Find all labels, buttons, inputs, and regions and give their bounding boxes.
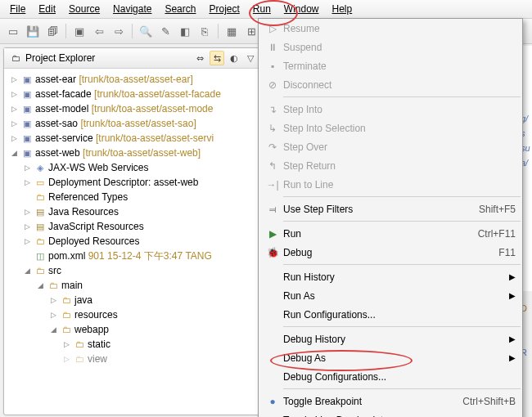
expand-icon[interactable]: ▷ bbox=[47, 296, 60, 304]
save-icon[interactable]: 💾 bbox=[25, 23, 41, 39]
tree-project[interactable]: ▷▣asset-model [trunk/toa-asset/asset-mod… bbox=[4, 101, 262, 116]
panel-title: Project Explorer bbox=[25, 52, 190, 64]
saveall-icon[interactable]: 🗐 bbox=[44, 23, 61, 39]
tree-folder[interactable]: ◢🗀src bbox=[4, 263, 262, 278]
menu-runhist[interactable]: Run History▶ bbox=[259, 267, 522, 286]
menu-separator bbox=[283, 326, 521, 327]
expand-icon[interactable]: ▷ bbox=[7, 75, 20, 83]
expand-icon[interactable]: ▷ bbox=[7, 119, 20, 128]
tree-project[interactable]: ▷▣asset-ear [trunk/toa-asset/asset-ear] bbox=[4, 72, 262, 87]
expand-icon[interactable]: ▷ bbox=[20, 222, 34, 231]
menu-dbgas[interactable]: Debug As▶ bbox=[259, 348, 522, 367]
tree-item[interactable]: ▷▤JavaScript Resources bbox=[4, 219, 262, 234]
expand-icon[interactable]: ▷ bbox=[7, 105, 20, 113]
project-explorer-panel: 🗀 Project Explorer ⇔ ⇆ ◐ ▽ ▷▣asset-ear [… bbox=[3, 47, 263, 415]
nav-fwd-icon[interactable]: ⇨ bbox=[110, 23, 127, 39]
folder-icon: 🗀 bbox=[73, 352, 86, 365]
folder-icon: 🗀 bbox=[73, 338, 86, 351]
expand-icon[interactable]: ▷ bbox=[7, 90, 20, 98]
expand-icon[interactable]: ▷ bbox=[7, 134, 20, 142]
link-editor-icon[interactable]: ⇆ bbox=[210, 51, 224, 65]
tree-file[interactable]: ◫pom.xml 901 15-12-4 下午3:47 TANG bbox=[4, 249, 262, 263]
menu-stepsel[interactable]: ↳Step Into Selection bbox=[259, 119, 522, 137]
tree-folder[interactable]: ▷🗀view bbox=[4, 352, 262, 366]
expand-icon[interactable]: ▷ bbox=[47, 311, 60, 319]
menu-dbghist[interactable]: Debug History▶ bbox=[259, 330, 522, 348]
menu-stepret[interactable]: ↰Step Return bbox=[259, 156, 522, 175]
collapse-icon[interactable]: ◢ bbox=[20, 267, 34, 275]
menu-disconnect[interactable]: ⊘Disconnect bbox=[259, 75, 522, 94]
menu-terminate[interactable]: ▪Terminate bbox=[259, 56, 522, 75]
build-icon[interactable]: ▣ bbox=[71, 23, 88, 39]
stepinto-icon: ↴ bbox=[262, 104, 283, 115]
link-icon[interactable]: ⎘ bbox=[196, 23, 213, 39]
tree-folder[interactable]: ◢🗀main bbox=[4, 278, 262, 293]
menu-runas[interactable]: Run As▶ bbox=[259, 286, 522, 305]
tree-item[interactable]: ▷▤Java Resources bbox=[4, 204, 262, 219]
tree-folder[interactable]: ◢🗀webapp bbox=[4, 322, 262, 337]
tree-project[interactable]: ▷▣asset-service [trunk/toa-asset/asset-s… bbox=[4, 131, 262, 146]
menu-separator bbox=[283, 96, 521, 97]
project-icon: ▣ bbox=[20, 73, 34, 86]
collapse-icon[interactable]: ⇔ bbox=[193, 52, 206, 65]
menu-stepinto[interactable]: ↴Step Into bbox=[259, 100, 522, 119]
menu-resume[interactable]: ▷Resume bbox=[259, 19, 522, 38]
menu-runconf[interactable]: Run Configurations... bbox=[259, 305, 522, 324]
menu-source[interactable]: Source bbox=[62, 2, 106, 16]
expand-icon[interactable]: ▷ bbox=[20, 208, 34, 216]
search-icon[interactable]: 🔍 bbox=[138, 23, 154, 39]
menu-run-run[interactable]: ▶RunCtrl+F11 bbox=[259, 224, 522, 243]
menu-suspend[interactable]: ⏸Suspend bbox=[259, 38, 522, 56]
new-icon[interactable]: ▭ bbox=[5, 23, 21, 39]
expand-icon[interactable]: ▷ bbox=[20, 164, 34, 172]
tree-project[interactable]: ▷▣asset-sao [trunk/toa-asset/asset-sao] bbox=[4, 116, 262, 131]
view-menu-icon[interactable]: ▽ bbox=[244, 52, 257, 65]
wand-icon[interactable]: ✎ bbox=[157, 23, 174, 39]
tree-folder[interactable]: ▷🗀static bbox=[4, 337, 262, 352]
star-icon[interactable]: ⊞ bbox=[243, 23, 259, 39]
focus-icon[interactable]: ◐ bbox=[228, 52, 241, 65]
folder-icon: 🗀 bbox=[47, 279, 60, 292]
menu-project[interactable]: Project bbox=[202, 2, 246, 16]
menu-file[interactable]: File bbox=[3, 2, 32, 16]
descriptor-icon: ▭ bbox=[34, 176, 47, 189]
collapse-icon[interactable]: ◢ bbox=[47, 325, 60, 334]
expand-icon[interactable]: ▷ bbox=[60, 355, 73, 363]
tree-folder[interactable]: ▷🗀java bbox=[4, 293, 262, 307]
tree-project[interactable]: ◢▣asset-web [trunk/toa-asset/asset-web] bbox=[4, 146, 262, 160]
project-icon: ▣ bbox=[20, 132, 34, 145]
tree-item[interactable]: ▷▭Deployment Descriptor: asset-web bbox=[4, 175, 262, 190]
menu-navigate[interactable]: Navigate bbox=[106, 2, 158, 16]
tree-project[interactable]: ▷▣asset-facade [trunk/toa-asset/asset-fa… bbox=[4, 87, 262, 101]
menu-search[interactable]: Search bbox=[158, 2, 202, 16]
menu-toggleline[interactable]: ●Toggle Line Breakpoint bbox=[259, 410, 522, 417]
menu-togglebp[interactable]: ●Toggle BreakpointCtrl+Shift+B bbox=[259, 392, 522, 410]
collapse-icon[interactable]: ◢ bbox=[34, 281, 47, 289]
menu-debug[interactable]: 🐞DebugF11 bbox=[259, 243, 522, 262]
tree-item[interactable]: ▷◈JAX-WS Web Services bbox=[4, 160, 262, 175]
separator bbox=[218, 24, 219, 38]
menu-help[interactable]: Help bbox=[326, 2, 359, 16]
menu-usefilters[interactable]: ⫤Use Step FiltersShift+F5 bbox=[259, 200, 522, 218]
disconnect-icon: ⊘ bbox=[262, 79, 283, 91]
tree-item[interactable]: ▷🗀Deployed Resources bbox=[4, 234, 262, 249]
tag-icon[interactable]: ◧ bbox=[177, 23, 193, 39]
project-icon: ▣ bbox=[20, 87, 34, 101]
menu-edit[interactable]: Edit bbox=[32, 2, 62, 16]
palette-icon[interactable]: ▦ bbox=[223, 23, 240, 39]
expand-icon[interactable]: ▷ bbox=[20, 237, 34, 245]
tree-folder[interactable]: ▷🗀resources bbox=[4, 307, 262, 322]
expand-icon[interactable]: ▷ bbox=[20, 178, 34, 186]
collapse-icon[interactable]: ◢ bbox=[7, 149, 20, 157]
jaxws-icon: ◈ bbox=[34, 161, 47, 174]
nav-icon[interactable]: ⇦ bbox=[91, 23, 107, 39]
menu-window[interactable]: Window bbox=[277, 2, 326, 16]
menu-runto[interactable]: →|Run to Line bbox=[259, 175, 522, 194]
menu-dbgconf[interactable]: Debug Configurations... bbox=[259, 367, 522, 386]
folder-icon: 🗀 bbox=[34, 235, 47, 248]
tree-item[interactable]: 🗀Referenced Types bbox=[4, 190, 262, 204]
stepsel-icon: ↳ bbox=[262, 123, 283, 134]
menu-run[interactable]: Run bbox=[246, 2, 277, 16]
menu-stepover[interactable]: ↷Step Over bbox=[259, 137, 522, 156]
expand-icon[interactable]: ▷ bbox=[60, 340, 73, 348]
